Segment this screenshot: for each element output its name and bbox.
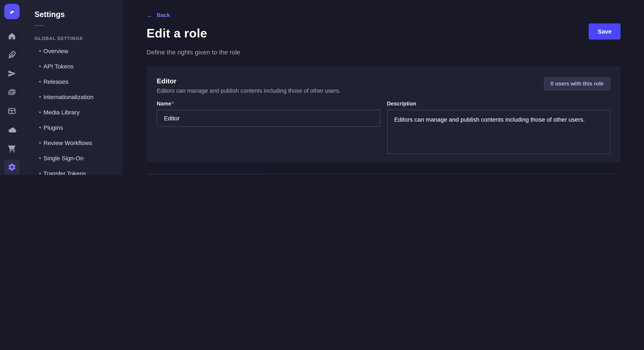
logo-container bbox=[0, 0, 24, 23]
settings-sidebar: Settings GLOBAL SETTINGS Overview API To… bbox=[24, 0, 122, 175]
bullet-icon bbox=[39, 96, 41, 98]
bullet-icon bbox=[39, 50, 41, 52]
back-label: Back bbox=[157, 12, 170, 18]
description-field: Description Editors can manage and publi… bbox=[387, 101, 610, 156]
bullet-icon bbox=[39, 111, 41, 113]
rail-icon-list bbox=[0, 27, 24, 175]
marketplace-cart-icon[interactable] bbox=[0, 139, 24, 158]
sidebar-item-label: API Tokens bbox=[44, 63, 74, 70]
sidebar-item-label: Review Workflows bbox=[44, 140, 92, 146]
strapi-logo-icon[interactable] bbox=[4, 4, 20, 19]
users-with-role-badge[interactable]: 0 users with this role bbox=[544, 78, 610, 90]
section-global-settings: GLOBAL SETTINGS Overview API Tokens Rele… bbox=[34, 36, 122, 175]
sidebar-item-plugins[interactable]: Plugins bbox=[34, 120, 122, 135]
sidebar-title: Settings bbox=[34, 10, 122, 19]
settings-gear-slot[interactable] bbox=[0, 158, 24, 175]
role-card-title: Editor bbox=[157, 78, 610, 85]
sidebar-item-label: Media Library bbox=[44, 109, 80, 116]
back-arrow-icon: ← bbox=[146, 12, 153, 18]
permissions-panel: Collection Types Single Types Plugins Se… bbox=[146, 174, 620, 175]
sidebar-item-label: Internationalization bbox=[44, 94, 94, 100]
bullet-icon bbox=[39, 81, 41, 82]
back-link[interactable]: ← Back bbox=[146, 12, 170, 18]
section-label: GLOBAL SETTINGS bbox=[34, 36, 122, 41]
sidebar-item-media-library[interactable]: Media Library bbox=[34, 105, 122, 120]
title-divider bbox=[34, 25, 45, 26]
media-library-images-icon[interactable] bbox=[0, 83, 24, 102]
sidebar-item-label: Transfer Tokens bbox=[44, 170, 86, 175]
permissions-tabs: Collection Types Single Types Plugins Se… bbox=[147, 175, 620, 175]
required-asterisk: * bbox=[172, 101, 174, 107]
send-plane-icon[interactable] bbox=[0, 64, 24, 83]
cloud-icon[interactable] bbox=[0, 120, 24, 139]
page-title: Edit a role bbox=[146, 26, 620, 40]
home-icon[interactable] bbox=[0, 27, 24, 45]
role-card-subtitle: Editors can manage and publish contents … bbox=[157, 88, 610, 94]
role-details-card: Editor Editors can manage and publish co… bbox=[146, 67, 620, 162]
bullet-icon bbox=[39, 127, 41, 128]
sidebar-item-internationalization[interactable]: Internationalization bbox=[34, 89, 122, 105]
sidebar-item-label: Releases bbox=[44, 78, 68, 85]
bullet-icon bbox=[39, 157, 41, 159]
content-manager-feather-icon[interactable] bbox=[0, 45, 24, 64]
sidebar-item-review-workflows[interactable]: Review Workflows bbox=[34, 135, 122, 151]
role-fields-row: Name* Description Editors can manage and… bbox=[157, 101, 610, 156]
sidebar-item-releases[interactable]: Releases bbox=[34, 74, 122, 89]
name-input[interactable] bbox=[157, 110, 380, 127]
page-subtitle: Define the rights given to the role bbox=[146, 49, 620, 56]
sidebar-item-api-tokens[interactable]: API Tokens bbox=[34, 59, 122, 74]
name-field: Name* bbox=[157, 101, 380, 156]
bullet-icon bbox=[39, 173, 41, 174]
tab-collection-types[interactable]: Collection Types bbox=[147, 175, 265, 175]
app-window: KD Settings GLOBAL SETTINGS Overview API… bbox=[0, 0, 644, 175]
strapi-logo-glyph bbox=[8, 7, 16, 16]
bullet-icon bbox=[39, 65, 41, 67]
settings-gear-icon bbox=[4, 160, 20, 175]
name-label: Name* bbox=[157, 101, 380, 107]
sidebar-item-label: Overview bbox=[44, 48, 68, 54]
description-textarea[interactable]: Editors can manage and publish contents … bbox=[387, 110, 610, 154]
bullet-icon bbox=[39, 142, 41, 144]
sidebar-item-label: Single Sign-On bbox=[44, 155, 84, 162]
save-button[interactable]: Save bbox=[589, 23, 620, 39]
sidebar-item-overview[interactable]: Overview bbox=[34, 43, 122, 59]
sidebar-item-label: Plugins bbox=[44, 124, 63, 131]
sidebar-item-single-sign-on[interactable]: Single Sign-On bbox=[34, 151, 122, 166]
description-label: Description bbox=[387, 101, 610, 107]
content-type-builder-layout-icon[interactable] bbox=[0, 102, 24, 120]
sidebar-item-transfer-tokens[interactable]: Transfer Tokens bbox=[34, 166, 122, 175]
main-content: ← Back Save Edit a role Define the right… bbox=[122, 0, 644, 175]
icon-rail: KD bbox=[0, 0, 24, 175]
